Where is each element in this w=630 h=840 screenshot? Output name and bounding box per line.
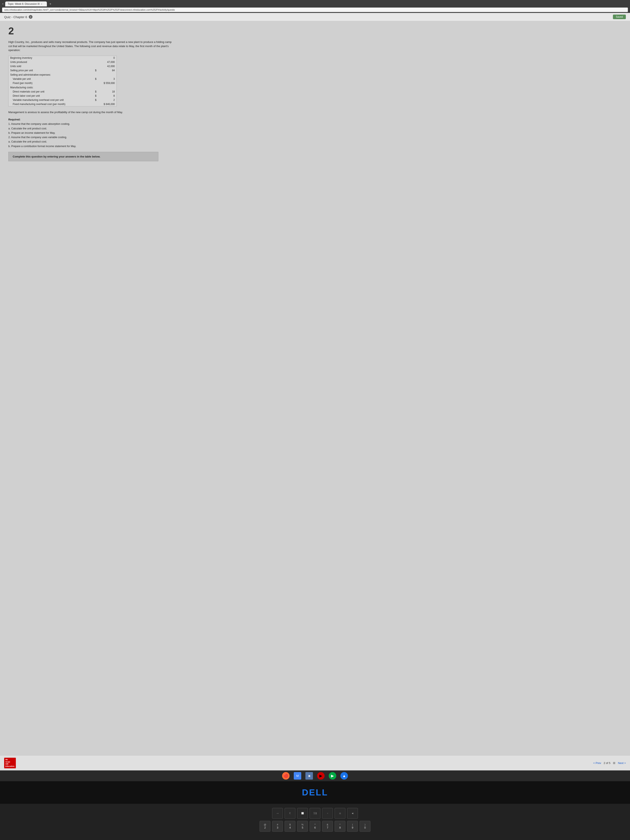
browser-icon[interactable]: 🔴 <box>282 772 290 780</box>
row-label: Variable manufacturing overhead cost per… <box>8 98 82 102</box>
key-rparen-0[interactable]: ) 0 <box>360 821 370 832</box>
info-icon[interactable]: i <box>29 15 33 19</box>
row-label: Beginning inventory <box>8 56 82 60</box>
tab-bar: × Topic: Week 6: Discussion III × + <box>2 1 628 7</box>
row-amount: 84 <box>98 68 117 73</box>
row-label: Units produced <box>8 60 82 64</box>
key-c[interactable]: C <box>284 808 295 819</box>
row-amount: 42,000 <box>98 64 117 68</box>
row-amount: 3 <box>98 77 117 81</box>
required-item-4: 2. Assume that the company uses variable… <box>8 135 175 140</box>
video-icon[interactable]: ▶ <box>317 772 325 780</box>
row-value: $ <box>82 94 98 98</box>
cost-data-table: Beginning inventory 0 Units produced 47,… <box>8 56 117 106</box>
app-container: Quiz - Chapter 6 i Saved 2 High Country,… <box>0 13 630 771</box>
question-intro: High Country, Inc., produces and sells m… <box>8 40 175 52</box>
required-item-6: b. Prepare a contribution format income … <box>8 144 175 148</box>
row-label: Selling and administrative expenses: <box>8 73 82 77</box>
required-item-2: a. Calculate the unit product cost. <box>8 126 175 131</box>
table-row: Variable per unit $ 3 <box>8 77 117 81</box>
table-row: Manufacturing costs: <box>8 85 117 90</box>
complete-text: Complete this question by entering your … <box>13 155 100 158</box>
key-percent-5[interactable]: % 5 <box>297 821 308 832</box>
key-back[interactable]: ◀ <box>347 808 358 819</box>
mcgraw-logo: Mc Graw Hill Education <box>4 758 16 768</box>
complete-question-box: Complete this question by entering your … <box>8 152 158 161</box>
play-icon[interactable]: ▶ <box>329 772 336 780</box>
row-value: $ <box>82 77 98 81</box>
table-row: Fixed manufacturing overhead cost (per m… <box>8 102 117 106</box>
page-total: 5 <box>609 761 610 764</box>
row-value: $ <box>82 68 98 73</box>
page-current: 2 <box>604 761 605 764</box>
new-tab-button[interactable]: + <box>48 1 53 7</box>
page-of: of <box>606 761 608 764</box>
row-value: $ <box>82 98 98 102</box>
prev-button[interactable]: < Prev <box>593 761 601 764</box>
app-header: Quiz - Chapter 6 i Saved <box>0 13 630 21</box>
key-caret-6[interactable]: ^ 6 <box>309 821 321 832</box>
table-row: Units sold 42,000 <box>8 64 117 68</box>
key-star-8[interactable]: * 8 <box>335 821 346 832</box>
table-row: Variable manufacturing overhead cost per… <box>8 98 117 102</box>
key-circle[interactable]: ○ <box>322 808 333 819</box>
key-hash-3[interactable]: # 3 <box>272 821 283 832</box>
grid-icon[interactable]: ⊞ <box>613 761 616 764</box>
row-value <box>82 73 98 77</box>
row-amount: $ 559,000 <box>98 81 117 85</box>
row-label: Fixed (per month) <box>8 81 82 85</box>
key-multiwindow[interactable]: ⬛‖ <box>309 808 321 819</box>
row-value <box>82 64 98 68</box>
files-icon[interactable]: ▣ <box>305 772 313 780</box>
close-tab-icon[interactable]: × <box>2 3 3 5</box>
mail-icon[interactable]: M <box>294 772 301 780</box>
keyboard-row-fn: → C ⬜ ⬛‖ ○ ◎ ◀ <box>6 808 624 819</box>
browser-chrome: × Topic: Week 6: Discussion III × + ezto… <box>0 0 630 13</box>
page-info: 2 of 5 <box>604 761 611 764</box>
row-amount <box>98 85 117 90</box>
question-number: 2 <box>8 25 622 37</box>
key-target[interactable]: ◎ <box>335 808 346 819</box>
quiz-title: Quiz - Chapter 6 <box>4 15 27 19</box>
triangle-icon[interactable]: ▲ <box>340 772 348 780</box>
row-value <box>82 81 98 85</box>
table-row: Selling price per unit $ 84 <box>8 68 117 73</box>
key-square[interactable]: ⬜ <box>297 808 308 819</box>
row-value: $ <box>82 90 98 94</box>
address-bar[interactable]: ezto.mheducation.com/ext/map/index.html?… <box>2 8 628 12</box>
row-label: Direct labor cost per unit <box>8 94 82 98</box>
row-amount: 0 <box>98 56 117 60</box>
key-arrow-right[interactable]: → <box>272 808 283 819</box>
required-item-5: a. Calculate the unit product cost. <box>8 140 175 144</box>
keyboard-row-2: @ 2 # 3 $ 4 % 5 ^ 6 & 7 * 8 ( 9 <box>6 821 624 832</box>
tab-close-icon[interactable]: × <box>41 3 42 5</box>
dell-area: DELL <box>0 781 630 804</box>
table-row: Beginning inventory 0 <box>8 56 117 60</box>
table-row: Units produced 47,000 <box>8 60 117 64</box>
row-amount <box>98 73 117 77</box>
row-value <box>82 85 98 90</box>
row-label: Variable per unit <box>8 77 82 81</box>
footer-nav: Mc Graw Hill Education < Prev 2 of 5 ⊞ N… <box>0 755 630 771</box>
dell-logo: DELL <box>302 788 328 797</box>
management-text: Management is anxious to assess the prof… <box>8 110 175 114</box>
row-label: Units sold <box>8 64 82 68</box>
required-item-1: 1. Assume that the company uses absorpti… <box>8 122 175 126</box>
next-button[interactable]: Next > <box>618 761 626 764</box>
key-at-2[interactable]: @ 2 <box>260 821 270 832</box>
required-section: Required: 1. Assume that the company use… <box>8 117 175 148</box>
table-row: Direct labor cost per unit $ 8 <box>8 94 117 98</box>
tab-label: Topic: Week 6: Discussion III <box>8 3 39 5</box>
table-row: Fixed (per month) $ 559,000 <box>8 81 117 85</box>
row-label: Direct materials cost per unit <box>8 90 82 94</box>
key-lparen-9[interactable]: ( 9 <box>347 821 358 832</box>
data-table-container: Beginning inventory 0 Units produced 47,… <box>8 55 117 106</box>
key-ampersand-7[interactable]: & 7 <box>322 821 333 832</box>
key-dollar-4[interactable]: $ 4 <box>284 821 295 832</box>
content-area: 2 High Country, Inc., produces and sells… <box>0 21 630 755</box>
taskbar: 🔴 M ▣ ▶ ▶ ▲ <box>0 771 630 781</box>
row-value <box>82 102 98 106</box>
row-label: Selling price per unit <box>8 68 82 73</box>
browser-tab[interactable]: Topic: Week 6: Discussion III × <box>5 2 47 6</box>
required-label: Required: <box>8 118 21 121</box>
